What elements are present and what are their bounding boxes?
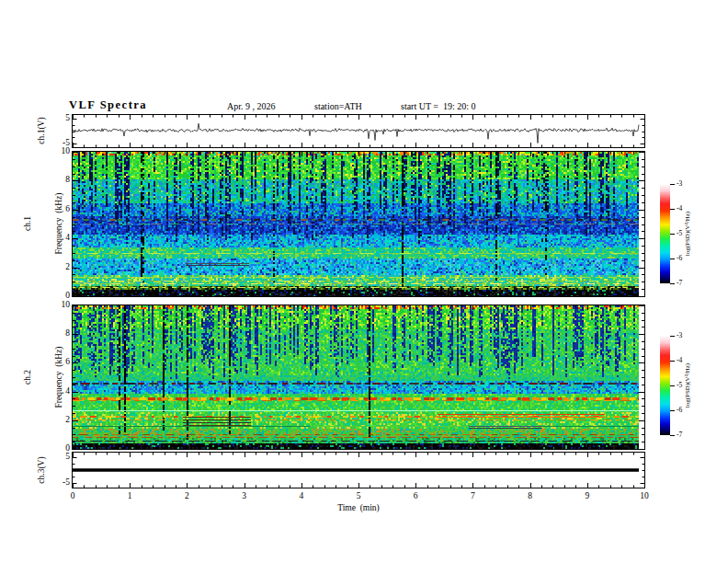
colorbar-tick [670, 336, 675, 337]
colorbar-tick-label: -6 [677, 255, 682, 262]
ch1-label-line2: Frequency (kHz) [54, 192, 64, 254]
freq-tick-label: 2 [46, 263, 70, 272]
colorbar-tick [670, 184, 675, 185]
freq-tick-label: 6 [46, 358, 70, 367]
x-tick-label: 1 [121, 492, 138, 501]
x-tick-label: 4 [293, 492, 310, 501]
colorbar-1 [660, 184, 670, 283]
x-axis-title: Time (min) [313, 504, 404, 513]
x-tick-label: 10 [636, 492, 653, 501]
colorbar-tick-label: -5 [677, 382, 682, 389]
colorbar-tick-label: -6 [677, 407, 682, 414]
colorbar-tick [670, 283, 675, 284]
colorbar-2 [660, 336, 670, 435]
freq-tick-label: 2 [46, 416, 70, 425]
x-tick-label: 2 [178, 492, 195, 501]
colorbar-tick-label: -4 [677, 205, 682, 213]
start-ut-label: start UT = 19: 20: 0 [401, 102, 476, 111]
freq-tick-label: 4 [46, 387, 70, 396]
colorbar-tick [670, 410, 675, 411]
colorbar-tick-label: -3 [677, 180, 682, 188]
voltage-tick-label: 5 [46, 114, 70, 123]
colorbar-tick-label: -7 [677, 280, 682, 287]
freq-tick-label: 8 [46, 176, 70, 185]
x-tick-label: 9 [579, 492, 596, 501]
figure-title: VLF Spectra [69, 99, 147, 111]
colorbar-tick-label: -4 [677, 357, 682, 364]
colorbar-1-unit-label: log(PSD)(V²/Hz) [685, 212, 691, 256]
colorbar-tick-label: -7 [677, 431, 682, 439]
freq-tick-label: 6 [46, 205, 70, 214]
freq-tick-label: 10 [46, 147, 70, 156]
ch2-label-line1: ch.2 [23, 346, 33, 408]
colorbar-tick-label: -5 [677, 230, 682, 237]
x-tick-label: 0 [64, 492, 81, 501]
freq-tick-label: 10 [46, 301, 70, 310]
x-tick-label: 7 [464, 492, 481, 501]
colorbar-tick [670, 234, 675, 235]
colorbar-tick [670, 361, 675, 362]
voltage-tick-label: 5 [46, 453, 70, 462]
colorbar-tick [670, 435, 675, 436]
colorbar-tick [670, 259, 675, 259]
ch2-spectrogram-canvas [72, 304, 645, 450]
colorbar-2-unit-label: log(PSD)(V²/Hz) [685, 363, 691, 408]
ch3-waveform-canvas [72, 452, 645, 488]
vlf-spectra-page: VLF Spectra Apr. 9 , 2026 station=ATH st… [0, 0, 728, 563]
ch2-label-line2: Frequency (kHz) [54, 346, 64, 408]
x-tick-label: 3 [236, 492, 253, 501]
voltage-tick-label: -5 [46, 139, 70, 148]
ch1-waveform-canvas [72, 114, 645, 148]
colorbar-tick [670, 209, 675, 210]
date-label: Apr. 9 , 2026 [227, 102, 276, 111]
ch1-label-line1: ch.1 [23, 192, 33, 254]
colorbar-tick-label: -3 [677, 332, 682, 339]
ch1v-label-text: ch.1(V) [36, 117, 46, 144]
station-label: station=ATH [314, 102, 362, 111]
ch1-spectrogram-canvas [72, 151, 645, 297]
freq-tick-label: 4 [46, 234, 70, 243]
x-tick-label: 5 [350, 492, 367, 501]
voltage-tick-label: -5 [46, 478, 70, 488]
x-tick-label: 8 [522, 492, 539, 501]
freq-tick-label: 8 [46, 329, 70, 339]
colorbar-tick [670, 385, 675, 386]
x-tick-label: 6 [407, 492, 424, 501]
ch3v-label-text: ch.3(V) [36, 456, 46, 483]
